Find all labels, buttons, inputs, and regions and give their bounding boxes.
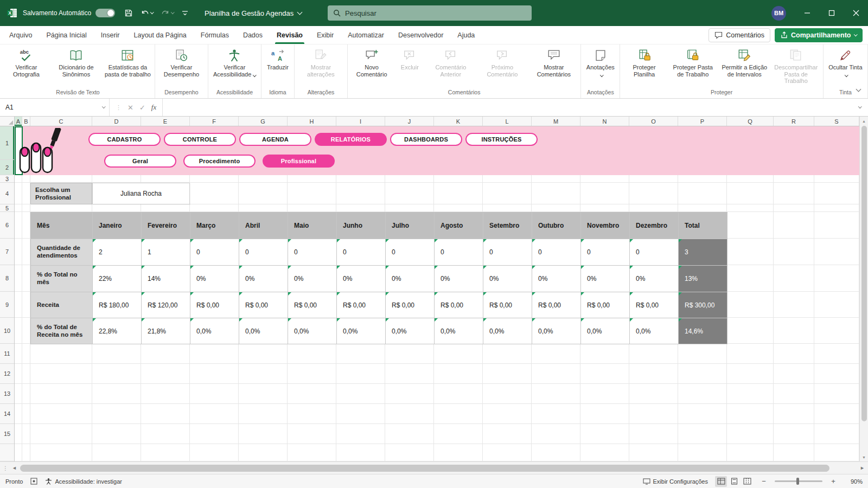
value-cell[interactable]: 0% xyxy=(239,266,288,292)
zoom-in-button[interactable]: + xyxy=(829,477,837,485)
save-button[interactable] xyxy=(120,0,137,26)
value-cell[interactable]: 0 xyxy=(581,239,630,266)
scroll-up-icon[interactable]: ▲ xyxy=(860,117,868,125)
row-label-cell[interactable]: % do Total de Receita no mês xyxy=(31,318,93,344)
value-cell[interactable]: 0% xyxy=(435,266,483,292)
value-cell[interactable]: 0% xyxy=(532,266,581,292)
tab-pagina-inicial[interactable]: Página Inicial xyxy=(39,26,93,44)
total-cell[interactable]: 13% xyxy=(679,266,727,292)
row-header-2[interactable]: 2 xyxy=(0,160,14,175)
row-header-8[interactable]: 8 xyxy=(0,265,14,292)
ribbon-button-verificar-ortografia[interactable]: abcVerificar Ortografia xyxy=(2,44,50,78)
horizontal-scrollbar[interactable]: ⋮ ◄ ► xyxy=(0,461,868,474)
table-header-cell[interactable]: Mês xyxy=(31,213,93,239)
value-cell[interactable]: 0% xyxy=(337,266,386,292)
nav-pill-cadastro[interactable]: CADASTRO xyxy=(88,133,161,146)
row-label-cell[interactable]: % do Total no mês xyxy=(31,266,93,292)
nav-pill-relatorios[interactable]: RELATÓRIOS xyxy=(315,133,387,146)
table-header-cell[interactable]: Junho xyxy=(337,213,386,239)
ribbon-button-verificar-acessibilidade[interactable]: Verificar Acessibilidade xyxy=(209,44,260,78)
table-header-cell[interactable]: Julho xyxy=(386,213,435,239)
minimize-button[interactable] xyxy=(795,0,819,26)
value-cell[interactable]: 0 xyxy=(337,239,386,266)
user-avatar[interactable]: BM xyxy=(771,6,786,21)
value-cell[interactable]: 0,0% xyxy=(630,318,679,344)
sub-pill-geral[interactable]: Geral xyxy=(104,155,176,168)
value-cell[interactable]: 0 xyxy=(483,239,532,266)
value-cell[interactable]: R$ 0,00 xyxy=(386,292,435,318)
value-cell[interactable]: R$ 180,00 xyxy=(93,292,142,318)
value-cell[interactable]: 1 xyxy=(142,239,190,266)
vertical-scrollbar[interactable]: ▲ ▼ xyxy=(859,117,868,461)
value-cell[interactable]: 0,0% xyxy=(435,318,483,344)
tab-ajuda[interactable]: Ajuda xyxy=(450,26,482,44)
value-cell[interactable]: 0,0% xyxy=(239,318,288,344)
ribbon-button-proteger-planilha[interactable]: Proteger Planilha xyxy=(621,44,667,78)
value-cell[interactable]: 0 xyxy=(239,239,288,266)
column-header-k[interactable]: K xyxy=(434,117,483,126)
sheet-tab-handle-icon[interactable]: ⋮ xyxy=(1,465,10,471)
value-cell[interactable]: 0 xyxy=(630,239,679,266)
total-cell[interactable]: 14,6% xyxy=(679,318,727,344)
ribbon-button-traduzir[interactable]: aATraduzir xyxy=(263,44,293,71)
row-header-11[interactable]: 11 xyxy=(0,344,14,364)
tab-inserir[interactable]: Inserir xyxy=(94,26,127,44)
value-cell[interactable]: R$ 0,00 xyxy=(190,292,239,318)
redo-button[interactable] xyxy=(157,0,178,26)
share-button[interactable]: Compartilhamento xyxy=(775,28,863,42)
ribbon-button-dicionario-de-sinonimos[interactable]: Dicionário de Sinônimos xyxy=(50,44,102,78)
value-cell[interactable]: R$ 0,00 xyxy=(532,292,581,318)
table-header-cell[interactable]: Agosto xyxy=(435,213,483,239)
row-header-1[interactable]: 1 xyxy=(0,126,14,160)
sub-pill-procedimento[interactable]: Procedimento xyxy=(183,155,256,168)
column-header-c[interactable]: C xyxy=(30,117,92,126)
tab-desenvolvedor[interactable]: Desenvolvedor xyxy=(391,26,450,44)
row-header-15[interactable]: 15 xyxy=(0,424,14,444)
ribbon-button-comentario-anterior[interactable]: Comentário Anterior xyxy=(425,44,476,78)
tab-layout-da-pagina[interactable]: Layout da Página xyxy=(126,26,193,44)
column-header-f[interactable]: F xyxy=(190,117,239,126)
value-cell[interactable]: 0% xyxy=(288,266,337,292)
scroll-right-icon[interactable]: ► xyxy=(858,465,867,471)
value-cell[interactable]: 0% xyxy=(483,266,532,292)
value-cell[interactable]: R$ 0,00 xyxy=(483,292,532,318)
table-header-cell[interactable]: Janeiro xyxy=(93,213,142,239)
table-header-cell[interactable]: Abril xyxy=(239,213,288,239)
search-box[interactable]: Pesquisar xyxy=(328,5,532,21)
nav-pill-controle[interactable]: CONTROLE xyxy=(164,133,236,146)
page-layout-view-button[interactable] xyxy=(728,476,740,487)
comments-button[interactable]: Comentários xyxy=(709,28,770,42)
ribbon-button-ocultar-tinta[interactable]: Ocultar Tinta xyxy=(825,44,866,78)
display-settings-button[interactable]: Exibir Configurações xyxy=(643,478,709,485)
row-header-3[interactable]: 3 xyxy=(0,175,14,183)
table-header-cell[interactable]: Novembro xyxy=(581,213,630,239)
tab-automatizar[interactable]: Automatizar xyxy=(341,26,391,44)
value-cell[interactable]: R$ 0,00 xyxy=(239,292,288,318)
maximize-button[interactable] xyxy=(819,0,844,26)
value-cell[interactable]: 0 xyxy=(288,239,337,266)
ribbon-button-verificar-desempenho[interactable]: Verificar Desempenho xyxy=(156,44,207,78)
value-cell[interactable]: 0 xyxy=(386,239,435,266)
nav-pill-instrucoes[interactable]: INSTRUÇÕES xyxy=(465,133,538,146)
value-cell[interactable]: 22,8% xyxy=(93,318,142,344)
horizontal-scroll-track[interactable] xyxy=(19,462,858,474)
value-cell[interactable]: R$ 0,00 xyxy=(288,292,337,318)
column-header-r[interactable]: R xyxy=(774,117,814,126)
table-header-cell[interactable]: Fevereiro xyxy=(142,213,190,239)
value-cell[interactable]: 0,0% xyxy=(190,318,239,344)
value-cell[interactable]: 0 xyxy=(435,239,483,266)
ribbon-button-novo-comentario[interactable]: Novo Comentário xyxy=(349,44,394,78)
tab-dados[interactable]: Dados xyxy=(236,26,270,44)
collapse-ribbon-button[interactable] xyxy=(857,85,860,93)
table-header-cell[interactable]: Setembro xyxy=(483,213,532,239)
table-header-cell[interactable]: Total xyxy=(679,213,727,239)
total-cell[interactable]: R$ 300,00 xyxy=(679,292,727,318)
professional-selector-value[interactable]: Juliana Rocha xyxy=(92,183,190,204)
column-header-s[interactable]: S xyxy=(814,117,859,126)
page-break-view-button[interactable] xyxy=(741,476,753,487)
row-header-9[interactable]: 9 xyxy=(0,292,14,318)
value-cell[interactable]: R$ 0,00 xyxy=(337,292,386,318)
ribbon-button-excluir[interactable]: Excluir xyxy=(394,44,425,71)
insert-function-icon[interactable]: fx xyxy=(151,103,156,112)
tab-arquivo[interactable]: Arquivo xyxy=(2,26,39,44)
